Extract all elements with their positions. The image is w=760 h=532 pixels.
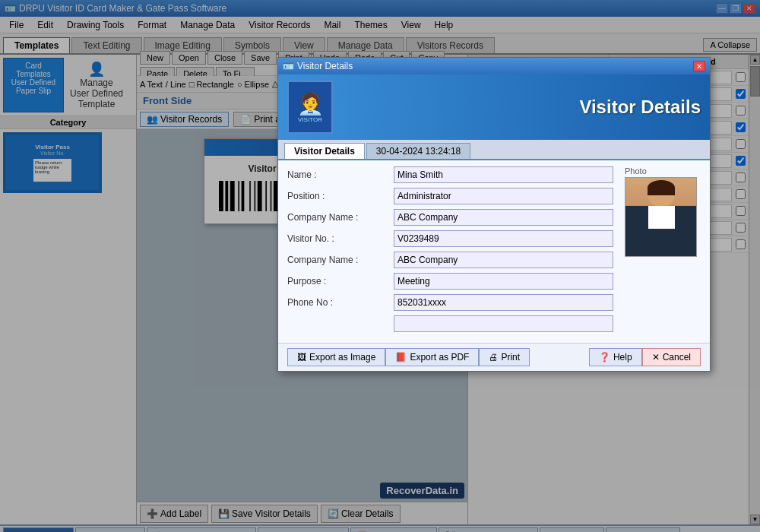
- print-modal-label: Print: [501, 352, 520, 363]
- modal-tab-timestamp[interactable]: 30-04-2024 13:24:18: [366, 143, 470, 159]
- cancel-modal-button[interactable]: ✕ Cancel: [642, 348, 701, 366]
- form-company2-input[interactable]: [394, 252, 613, 268]
- modal-header: 🧑‍💼 VISITOR Visitor Details: [278, 74, 710, 140]
- modal-form: Name : Position : Company Name : Visitor…: [287, 166, 613, 332]
- photo-area: Photo: [625, 166, 701, 250]
- export-image-modal-label: Export as Image: [309, 352, 375, 363]
- form-phone-input[interactable]: [394, 294, 613, 311]
- form-position-label: Position :: [287, 191, 394, 201]
- visitor-badge-text: VISITOR: [298, 116, 322, 123]
- form-name-input[interactable]: [394, 166, 613, 183]
- form-row-company2: Company Name :: [287, 252, 613, 268]
- export-image-modal-button[interactable]: 🖼 Export as Image: [287, 348, 385, 366]
- form-name-label: Name :: [287, 169, 394, 180]
- help-modal-label: Help: [613, 352, 632, 363]
- modal-header-title: Visitor Details: [579, 97, 701, 118]
- form-row-visitor-no: Visitor No. :: [287, 230, 613, 247]
- form-visitor-no-input[interactable]: [394, 230, 613, 247]
- form-row-phone: Phone No :: [287, 294, 613, 311]
- form-row-company1: Company Name :: [287, 209, 613, 226]
- export-pdf-modal-button[interactable]: 📕 Export as PDF: [385, 348, 479, 366]
- cancel-modal-label: Cancel: [663, 352, 691, 363]
- form-purpose-input[interactable]: [394, 273, 613, 290]
- person-photo: [625, 177, 696, 257]
- form-company1-input[interactable]: [394, 209, 613, 226]
- modal-footer: 🖼 Export as Image 📕 Export as PDF 🖨 Prin…: [278, 343, 710, 371]
- export-pdf-modal-label: Export as PDF: [410, 352, 469, 363]
- form-row-extra: [287, 315, 613, 332]
- modal-title-text: Visitor Details: [297, 61, 353, 71]
- form-row-purpose: Purpose :: [287, 273, 613, 290]
- form-row-position: Position :: [287, 188, 613, 204]
- visitor-icon: 🧑‍💼: [297, 91, 324, 116]
- print-modal-icon: 🖨: [489, 352, 498, 363]
- form-position-input[interactable]: [394, 188, 613, 204]
- form-phone-label: Phone No :: [287, 297, 394, 308]
- visitor-details-modal: 🪪 Visitor Details ✕ 🧑‍💼 VISITOR Visitor …: [277, 57, 711, 372]
- person-body: [625, 206, 696, 257]
- print-modal-button[interactable]: 🖨 Print: [479, 348, 530, 366]
- modal-body: Photo: [278, 160, 710, 343]
- modal-close-button[interactable]: ✕: [693, 61, 705, 71]
- modal-overlay: 🪪 Visitor Details ✕ 🧑‍💼 VISITOR Visitor …: [0, 0, 760, 532]
- photo-label-text: Photo: [625, 166, 701, 176]
- modal-icon: 🪪: [283, 61, 294, 71]
- modal-tab-visitor-details[interactable]: Visitor Details: [284, 143, 365, 159]
- modal-title-bar: 🪪 Visitor Details ✕: [278, 58, 710, 74]
- form-company1-label: Company Name :: [287, 212, 394, 223]
- form-extra-input[interactable]: [394, 315, 613, 332]
- form-purpose-label: Purpose :: [287, 276, 394, 287]
- person-hair: [648, 180, 675, 195]
- help-modal-icon: ❓: [599, 352, 610, 363]
- cancel-modal-icon: ✕: [652, 352, 660, 363]
- help-modal-button[interactable]: ❓ Help: [589, 348, 642, 366]
- export-pdf-modal-icon: 📕: [395, 352, 407, 363]
- form-row-name: Name :: [287, 166, 613, 183]
- form-company2-label: Company Name :: [287, 255, 394, 265]
- person-shirt: [648, 206, 675, 229]
- modal-header-icon: 🧑‍💼 VISITOR: [287, 81, 333, 134]
- photo-image: [625, 177, 697, 257]
- export-image-modal-icon: 🖼: [297, 352, 306, 363]
- modal-tabs: Visitor Details 30-04-2024 13:24:18: [278, 140, 710, 160]
- form-visitor-no-label: Visitor No. :: [287, 233, 394, 244]
